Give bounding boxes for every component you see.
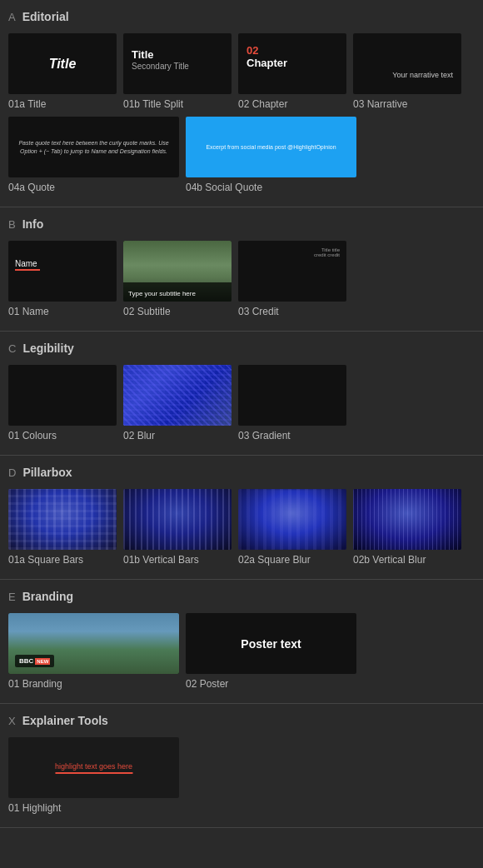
thumb-02-blur[interactable]	[123, 365, 232, 426]
thumb-02a-square-blur[interactable]	[238, 489, 346, 550]
thumb-03-credit[interactable]: Title titlecredit credit	[238, 241, 346, 302]
bbc-text: BBC	[19, 657, 33, 665]
section-pillarbox-header: D Pillarbox	[8, 466, 475, 479]
narr-text: Your narrative text	[392, 71, 453, 79]
explainer-grid: highlight text goes here 01 Highlight	[8, 737, 475, 814]
list-item[interactable]: Name 01 Name	[8, 241, 117, 317]
list-item[interactable]: 01a Square Bars	[8, 489, 117, 566]
legibility-grid: 01 Colours 02 Blur 03 Gradient	[8, 365, 475, 441]
item-label: 01b Vertical Bars	[123, 554, 199, 566]
name-line	[15, 269, 40, 271]
item-label: 03 Gradient	[238, 430, 291, 441]
item-label: 01b Title Split	[123, 98, 183, 110]
bbc-badge: BBC NEW	[15, 655, 54, 667]
subtitle-bar: Type your subtitle here	[123, 282, 232, 302]
list-item[interactable]: Title titlecredit credit 03 Credit	[238, 241, 346, 317]
thumb-01b-title-split[interactable]: Title Secondary Title	[123, 33, 232, 94]
item-label: 02 Blur	[123, 430, 155, 441]
item-label: 01 Name	[8, 306, 49, 317]
section-legibility-header: C Legibility	[8, 342, 475, 355]
item-label: 04a Quote	[8, 182, 55, 193]
section-editorial-header: A Editorial	[8, 10, 475, 23]
item-label: 02a Square Blur	[238, 554, 311, 566]
thumb-01-branding[interactable]: BBC NEW	[8, 613, 179, 674]
thumb-02-chapter[interactable]: 02 Chapter	[238, 33, 346, 94]
thumb-04a-quote[interactable]: Paste quote text here between the curly …	[8, 117, 179, 177]
quote-text: Paste quote text here between the curly …	[8, 134, 179, 161]
thumb-01-name[interactable]: Name	[8, 241, 117, 302]
new-badge: NEW	[35, 658, 50, 665]
section-pillarbox: D Pillarbox 01a Square Bars 01b Vertical…	[0, 456, 483, 580]
ts-title: Title	[132, 48, 154, 61]
item-label: 01a Square Bars	[8, 554, 83, 566]
ts-sub: Secondary Title	[132, 62, 189, 71]
thumb-03-narrative[interactable]: Your narrative text	[353, 33, 461, 94]
section-letter-x: X	[8, 715, 16, 727]
item-label: 03 Narrative	[353, 98, 407, 110]
ch-word: Chapter	[246, 57, 287, 69]
list-item[interactable]: 01 Colours	[8, 365, 117, 441]
section-legibility: C Legibility 01 Colours 02 Blur 03 Gradi…	[0, 332, 483, 456]
section-title-legibility: Legibility	[22, 342, 73, 355]
section-title-info: Info	[22, 217, 44, 231]
thumb-03-gradient[interactable]	[238, 365, 346, 426]
list-item[interactable]: Your narrative text 03 Narrative	[353, 33, 461, 110]
list-item[interactable]: 03 Gradient	[238, 365, 346, 441]
section-title-editorial: Editorial	[22, 10, 69, 23]
thumb-01-colours[interactable]	[8, 365, 117, 426]
thumb-04b-social-quote[interactable]: Excerpt from social media post @Highligh…	[186, 117, 356, 177]
thumb-02b-vertical-blur[interactable]	[353, 489, 461, 550]
item-label: 02 Subtitle	[123, 306, 171, 317]
thumb-01a-title[interactable]: Title	[8, 33, 117, 94]
section-explainer-tools: X Explainer Tools highlight text goes he…	[0, 704, 483, 828]
item-label: 04b Social Quote	[186, 182, 262, 193]
item-label: 02 Chapter	[238, 98, 287, 110]
item-label: 02 Poster	[186, 678, 228, 690]
section-letter-d: D	[8, 466, 16, 479]
title-text: Title	[49, 57, 77, 72]
list-item[interactable]: Title Secondary Title 01b Title Split	[123, 33, 232, 110]
section-explainer-header: X Explainer Tools	[8, 714, 475, 727]
list-item[interactable]: Type your subtitle here 02 Subtitle	[123, 241, 232, 317]
section-letter-a: A	[8, 11, 16, 23]
item-label: 01 Branding	[8, 678, 62, 690]
list-item[interactable]: 02a Square Blur	[238, 489, 346, 566]
section-info-header: B Info	[8, 217, 475, 231]
editorial-grid: Title 01a Title Title Secondary Title 01…	[8, 33, 475, 193]
section-branding-header: E Branding	[8, 590, 475, 603]
section-branding: E Branding BBC NEW 01 Branding Poster te…	[0, 580, 483, 704]
list-item[interactable]: BBC NEW 01 Branding	[8, 613, 179, 690]
thumb-01b-vertical-bars[interactable]	[123, 489, 232, 550]
sub-label: Type your subtitle here	[128, 290, 196, 297]
info-grid: Name 01 Name Type your subtitle here 02 …	[8, 241, 475, 317]
section-title-branding: Branding	[22, 590, 73, 603]
section-title-explainer: Explainer Tools	[22, 714, 108, 727]
name-text: Name	[15, 259, 37, 268]
section-title-pillarbox: Pillarbox	[22, 466, 72, 479]
highlight-text: highlight text goes here	[55, 762, 132, 774]
list-item[interactable]: highlight text goes here 01 Highlight	[8, 737, 179, 814]
item-label: 02b Vertical Blur	[353, 554, 426, 566]
section-letter-b: B	[8, 218, 16, 231]
list-item[interactable]: 02 Chapter 02 Chapter	[238, 33, 346, 110]
thumb-02-subtitle[interactable]: Type your subtitle here	[123, 241, 232, 302]
thumb-02-poster[interactable]: Poster text	[186, 613, 356, 674]
list-item[interactable]: 02b Vertical Blur	[353, 489, 461, 566]
item-label: 03 Credit	[238, 306, 279, 317]
list-item[interactable]: Excerpt from social media post @Highligh…	[186, 117, 356, 193]
list-item[interactable]: 01b Vertical Bars	[123, 489, 232, 566]
item-label: 01 Colours	[8, 430, 57, 441]
list-item[interactable]: Title 01a Title	[8, 33, 117, 110]
list-item[interactable]: 02 Blur	[123, 365, 232, 441]
item-label: 01 Highlight	[8, 802, 61, 814]
list-item[interactable]: Paste quote text here between the curly …	[8, 117, 179, 193]
pillarbox-grid: 01a Square Bars 01b Vertical Bars 02a Sq…	[8, 489, 475, 566]
branding-grid: BBC NEW 01 Branding Poster text 02 Poste…	[8, 613, 475, 690]
list-item[interactable]: Poster text 02 Poster	[186, 613, 356, 690]
section-info: B Info Name 01 Name Type your subtitle h…	[0, 207, 483, 332]
thumb-01-highlight[interactable]: highlight text goes here	[8, 737, 179, 798]
section-letter-e: E	[8, 591, 16, 603]
thumb-01a-square-bars[interactable]	[8, 489, 117, 550]
social-text: Excerpt from social media post @Highligh…	[201, 138, 341, 157]
item-label: 01a Title	[8, 98, 46, 110]
